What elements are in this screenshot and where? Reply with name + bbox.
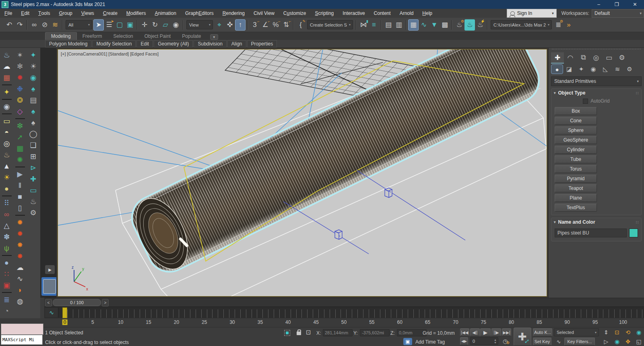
bind-to-space-warp-icon[interactable]: ≋	[50, 19, 60, 31]
viewport-layout-tab[interactable]	[41, 277, 58, 296]
zoom-extents-selected-icon[interactable]: ◉	[634, 328, 644, 336]
object-type-header[interactable]: ▾ Object Type ∷	[551, 89, 641, 97]
camera-teal-icon[interactable]: ◉	[28, 72, 39, 83]
ribbon-panel-align[interactable]: Align	[227, 40, 246, 47]
rope-icon[interactable]: ∿	[15, 273, 25, 284]
ribbon-minimize-icon[interactable]: ▾	[210, 34, 219, 40]
sign-in-button[interactable]: Sign In ▾	[507, 9, 557, 18]
light-lister-icon[interactable]: ✦	[2, 86, 12, 98]
primitive-button-cone[interactable]: Cone	[555, 117, 597, 125]
add-time-tag[interactable]: Add Time Tag	[415, 339, 445, 345]
water-box-icon[interactable]: ✻	[15, 61, 25, 72]
primitive-button-sphere[interactable]: Sphere	[555, 126, 597, 134]
arrow-green-icon[interactable]: ➚	[15, 132, 25, 143]
zoom-extents-all-icon[interactable]: ⊡	[612, 328, 622, 336]
go-to-end-button[interactable]: ▶▶|	[502, 328, 511, 336]
track-bar[interactable]: ∿	[44, 307, 644, 319]
spinner-down-icon[interactable]: ▼	[494, 341, 497, 344]
snaps-toggle-icon[interactable]: 3⌐	[250, 19, 260, 31]
expand-toolbar-button[interactable]: ▶	[45, 265, 55, 274]
autogrid-checkbox[interactable]	[583, 99, 588, 104]
key-mode-toggle[interactable]: ◀▶	[460, 337, 468, 345]
rectangular-selection-icon[interactable]: ▢	[114, 19, 125, 31]
set-key-button[interactable]: Set Key	[533, 338, 551, 346]
dome-light-icon[interactable]: ◓	[2, 127, 12, 138]
lights-cat-icon[interactable]: ✦	[575, 64, 587, 74]
render-setup-icon[interactable]: ♨⚙	[454, 19, 464, 31]
ribbon-panel-properties[interactable]: Properties	[247, 40, 277, 47]
spinner-up-icon[interactable]: ▲	[494, 338, 497, 341]
go-to-start-button[interactable]: |◀◀	[460, 328, 469, 336]
trash-icon[interactable]: ▯	[15, 202, 25, 214]
checker-green-icon[interactable]: ▦	[15, 143, 25, 154]
grass-icon[interactable]: ψ	[2, 243, 12, 254]
maxscript-mini-listener[interactable]: MAXScript Mi	[1, 335, 43, 345]
select-and-rotate-icon[interactable]: ↻	[150, 19, 160, 31]
isolate-selection-icon[interactable]	[284, 330, 290, 336]
sphere-yellow-icon[interactable]: ●	[2, 183, 12, 194]
x-coordinate-field[interactable]: 281,144mm	[323, 329, 353, 336]
z-coordinate-field[interactable]: 0,0mm	[397, 329, 427, 336]
rays-box-icon[interactable]: ✸	[15, 251, 25, 262]
water-circle-icon[interactable]: ❉	[15, 83, 25, 95]
window-crossing-icon[interactable]: ▣	[125, 19, 135, 31]
object-color-swatch[interactable]	[629, 229, 638, 237]
helpers-cat-icon[interactable]: ◺	[599, 64, 611, 74]
swirl-icon[interactable]: ◔	[2, 305, 12, 317]
time-tag-cube-icon[interactable]: ▣	[403, 338, 412, 345]
sun-gray-icon[interactable]: ☀	[28, 61, 39, 72]
ribbon-tab-modeling[interactable]: Modeling	[45, 32, 77, 40]
select-and-move-icon[interactable]: ✛	[139, 19, 150, 31]
teapot-wire-icon[interactable]: ♨	[2, 149, 12, 161]
toolbar-dropdown[interactable]: C:\Users\Alex...\3ds Max 2021▾	[491, 20, 552, 29]
menu-file[interactable]: File	[0, 9, 17, 18]
teapot-outline-icon[interactable]: ♨	[28, 196, 39, 207]
set-keys-button[interactable]: ✚ ⊷	[514, 327, 531, 346]
rays-icon[interactable]: ✸	[15, 239, 25, 251]
utilities-tab-icon[interactable]: ⚙	[615, 52, 628, 63]
toolbar-overflow-icon[interactable]: »	[564, 19, 574, 31]
absolute-mode-icon[interactable]: ⊡	[306, 329, 311, 336]
crosshair-box-icon[interactable]: ⊞	[28, 151, 39, 162]
camera-stack-icon[interactable]: ❏	[28, 140, 39, 151]
current-frame-field[interactable]: 0 ▲▼	[470, 337, 498, 345]
close-button[interactable]: ✕	[626, 0, 644, 9]
schematic-view-icon[interactable]: ▼	[429, 19, 440, 31]
undo-icon[interactable]: ↶	[4, 19, 14, 31]
selection-set-dropdown[interactable]: Selected ▾	[554, 328, 599, 336]
cloud-icon[interactable]: ☁	[2, 61, 12, 72]
next-frame-slider-button[interactable]: >	[102, 299, 109, 307]
command-panel-grip[interactable]	[552, 49, 641, 51]
trees-icon[interactable]: ♠	[28, 83, 39, 95]
primitive-button-box[interactable]: Box	[555, 107, 597, 115]
time-slider-handle[interactable]: 0 / 100	[53, 299, 101, 306]
fire-circle-icon[interactable]: ✹	[15, 72, 25, 83]
ribbon-panel-geometry-all-[interactable]: Geometry (All)	[154, 40, 193, 47]
ribbon-panel-modify-selection[interactable]: Modify Selection	[92, 40, 136, 47]
primitive-button-pyramid[interactable]: Pyramid	[555, 175, 597, 183]
use-pivot-point-icon[interactable]: ⌖	[214, 19, 225, 31]
circles-icon[interactable]: ❂	[15, 95, 25, 106]
rendered-frame-icon[interactable]: ♨	[464, 19, 475, 31]
display-tab-icon[interactable]: ▭	[603, 52, 615, 63]
percent-snap-icon[interactable]: %⌐	[270, 19, 281, 31]
menu-group[interactable]: Group	[54, 9, 76, 18]
spacewarps-cat-icon[interactable]: ≋	[611, 64, 623, 74]
primitive-button-torus[interactable]: Torus	[555, 165, 597, 173]
flame-icon[interactable]: ✹	[15, 217, 25, 228]
spinner-snap-icon[interactable]: ⇅⌐	[281, 19, 291, 31]
named-selection-sets-icon[interactable]: {✎	[295, 19, 306, 31]
ring-gray-icon[interactable]: ◯	[28, 128, 39, 140]
angle-snap-icon[interactable]: ∠⌐	[260, 19, 270, 31]
ring-light-icon[interactable]: ◎	[2, 138, 12, 149]
dummy-cube-helper[interactable]	[385, 188, 392, 198]
motion-tab-icon[interactable]: ◎	[590, 52, 603, 63]
primitive-button-tube[interactable]: Tube	[555, 155, 597, 163]
field-of-view-icon[interactable]: ▷	[601, 338, 611, 346]
primitive-button-plane[interactable]: Plane	[555, 194, 597, 202]
y-coordinate-field[interactable]: -375,602mi	[360, 329, 390, 336]
mirror-icon[interactable]: ⋈▮	[358, 19, 369, 31]
modify-tab-icon[interactable]: ◠	[564, 52, 577, 63]
tree-teal-icon[interactable]: ♠	[28, 106, 39, 117]
teapot-icon[interactable]: ♨	[2, 49, 12, 61]
